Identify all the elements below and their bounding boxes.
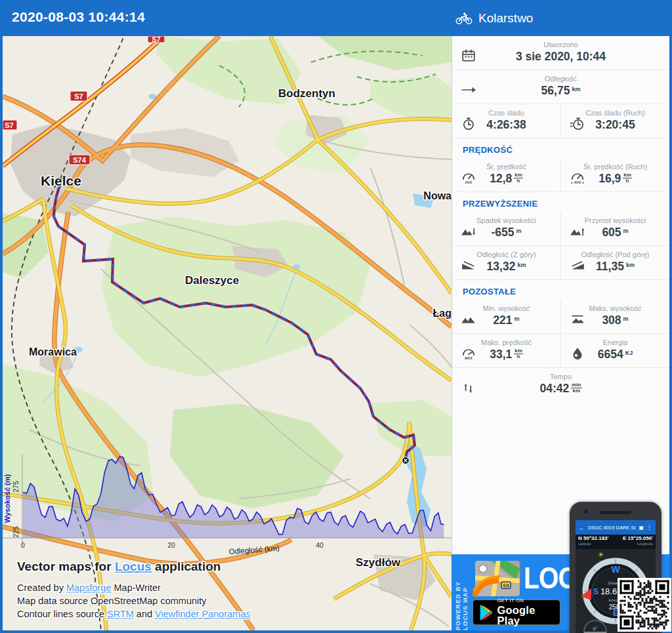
stat-value: 12,8: [490, 172, 512, 185]
viewfinder-link[interactable]: Viewfinder Panoramas: [155, 609, 251, 619]
x-tick-40: 40: [316, 541, 324, 549]
stat-value: 221: [493, 314, 512, 327]
calendar-icon: [461, 48, 476, 64]
map-container: 275 225 Wysokość (m) 0 20 40 Odległość (…: [3, 36, 452, 630]
stat-value: -655: [491, 226, 514, 239]
attrib-line4-mid: and: [134, 609, 155, 619]
latitude-block: N 50°32.183' Latitude: [578, 536, 608, 548]
compass-s: S: [593, 587, 598, 596]
play-badge-bottom: Google Play: [497, 605, 555, 626]
stat-dist-downhill: Odległość (Z góry) 13,32km: [452, 246, 560, 279]
map-label-kielce: Kielce: [41, 173, 81, 188]
svg-text:Contour lines source SRTM and: Contour lines source SRTM and Viewfinder…: [17, 609, 251, 619]
y-tick-225: 225: [12, 526, 20, 538]
stat-elev-loss: Spadek wysokości -655m: [452, 212, 560, 245]
stat-label: Śr. prędkość (Ruch): [561, 158, 669, 171]
x-tick-20: 20: [167, 541, 175, 549]
section-header-speed: PRĘDKOŚĆ: [452, 138, 669, 158]
latitude-label: Latitude: [578, 542, 608, 546]
stat-label: Śr. prędkość: [452, 158, 560, 171]
attrib-line4-pre: Contour lines source: [17, 609, 107, 619]
phone-appbar-title: DSGC #019 DARK SI...: [588, 525, 636, 531]
stat-label: Maks. wysokość: [561, 300, 669, 312]
map: 275 225 Wysokość (m) 0 20 40 Odległość (…: [3, 36, 452, 630]
page-title: 2020-08-03 10:44:14: [12, 9, 145, 25]
header-bar: 2020-08-03 10:44:14 Kolarstwo: [0, 0, 672, 36]
stat-label: Maks. prędkość: [452, 334, 560, 346]
min-altitude-icon: [461, 312, 476, 327]
mapsforge-link[interactable]: Mapsforge: [66, 582, 112, 593]
stat-label: Przyrost wysokości: [561, 212, 669, 224]
stat-label: Czas śladu (Ruch): [561, 104, 669, 117]
stat-value: 308: [602, 314, 621, 327]
map-label-lagow: Łag: [433, 308, 452, 319]
stat-times: Czas śladu 4:26:38 Czas śladu (Ruch) 3:2…: [452, 104, 669, 138]
stat-label: Odległość (Pod górę): [561, 246, 669, 258]
latitude-value: N 50°32.183': [578, 536, 608, 541]
page-frame: 2020-08-03 10:44:14 Kolarstwo: [0, 0, 672, 633]
logo-shield-68: 68: [503, 582, 509, 588]
longitude-label: Longitude: [623, 542, 653, 546]
back-icon: ←: [579, 524, 585, 531]
google-play-badge[interactable]: GET IT ON Google Play: [472, 600, 560, 625]
svg-text:MAX: MAX: [465, 356, 472, 360]
x-tick-0: 0: [21, 541, 25, 549]
elevation-gain-icon: [570, 224, 585, 239]
stat-hill-distances: Odległość (Z góry) 13,32km Odległość (Po…: [452, 246, 669, 280]
stat-altitudes: Min. wysokość 221m Maks. wysokość 308m: [452, 300, 669, 334]
svg-text:Vector maps for Locus applicat: Vector maps for Locus application: [17, 560, 220, 573]
google-play-icon: [479, 605, 492, 621]
stat-value: 56,75: [541, 84, 570, 97]
stat-label: Min. wysokość: [452, 300, 560, 312]
stat-value: 11,35: [596, 260, 624, 273]
pace-icon: [461, 380, 476, 396]
stat-speeds: AVG Śr. prędkość 12,8kmh AVG Śr. prędkoś…: [452, 158, 669, 192]
map-label-daleszyce: Daleszyce: [185, 274, 239, 287]
compass-w: W: [611, 564, 620, 575]
map-label-bodzentyn: Bodzentyn: [278, 87, 335, 100]
stat-max-speed: MAX Maks. prędkość 33,1kmh: [452, 334, 560, 367]
sun-icon: ☀: [598, 551, 604, 558]
stat-max-altitude: Maks. wysokość 308m: [560, 300, 669, 333]
pip-icon: ▣: [639, 525, 644, 531]
slope-down-icon: [461, 258, 476, 274]
stopwatch-icon: [461, 116, 476, 132]
svg-text:Created by Mapsforge Map-Write: Created by Mapsforge Map-Writer: [17, 582, 161, 593]
stat-label: Odległość: [452, 70, 669, 83]
stats-panel: Utworzono 3 sie 2020, 10:44 Odległość 56…: [452, 36, 669, 554]
stat-dist-uphill: Odległość (Pod górę) 11,35km: [560, 246, 669, 279]
stat-avg-speed-moving: AVG Śr. prędkość (Ruch) 16,9kmh: [560, 158, 669, 192]
stat-energy: Energia 6654KJ: [560, 334, 669, 367]
phone-camera: [584, 510, 588, 514]
stat-value: 6654: [598, 348, 623, 361]
attrib-line2-pre: Created by: [17, 582, 66, 593]
play-badge-top: GET IT ON: [497, 598, 555, 603]
phone-appbar: ← DSGC #019 DARK SI... ▣ ⋮: [576, 520, 656, 535]
arrow-right-icon: [461, 82, 476, 98]
gauge-avg-icon: AVG: [461, 170, 476, 186]
stat-label: Tempo: [452, 368, 669, 380]
phone-coordinates-bar: N 50°32.183' Latitude E 15°25.056' Longi…: [576, 535, 656, 549]
stat-label: Czas śladu: [452, 104, 560, 117]
attrib-line2-post: Map-Writer: [111, 582, 161, 593]
powered-by-label: POWERED BY LOCUS MAP: [454, 554, 469, 630]
stat-value: 605: [602, 226, 621, 239]
srtm-link[interactable]: SRTM: [107, 609, 134, 619]
gauge-avg-moving-icon: AVG: [570, 170, 585, 186]
shield-s7-top: S7: [152, 36, 160, 43]
stat-label: Spadek wysokości: [452, 212, 560, 224]
pitch-value: 8°: [593, 626, 598, 632]
chart-y-label: Wysokość (m): [3, 474, 11, 523]
elevation-loss-icon: [461, 224, 476, 239]
qr-code: [618, 578, 671, 632]
stat-value: 13,32: [487, 260, 516, 273]
stat-value: 3 sie 2020, 10:44: [452, 50, 669, 64]
stat-value: 16,9: [598, 172, 621, 185]
locus-link[interactable]: Locus: [115, 560, 152, 573]
stopwatch-moving-icon: [570, 116, 585, 132]
shield-s7-left: S7: [5, 121, 13, 129]
stat-value: 04:42: [540, 382, 570, 395]
locus-map-logo-icon: 68: [472, 560, 521, 598]
energy-icon: [570, 346, 585, 361]
attrib-line1-post: application: [152, 560, 221, 573]
